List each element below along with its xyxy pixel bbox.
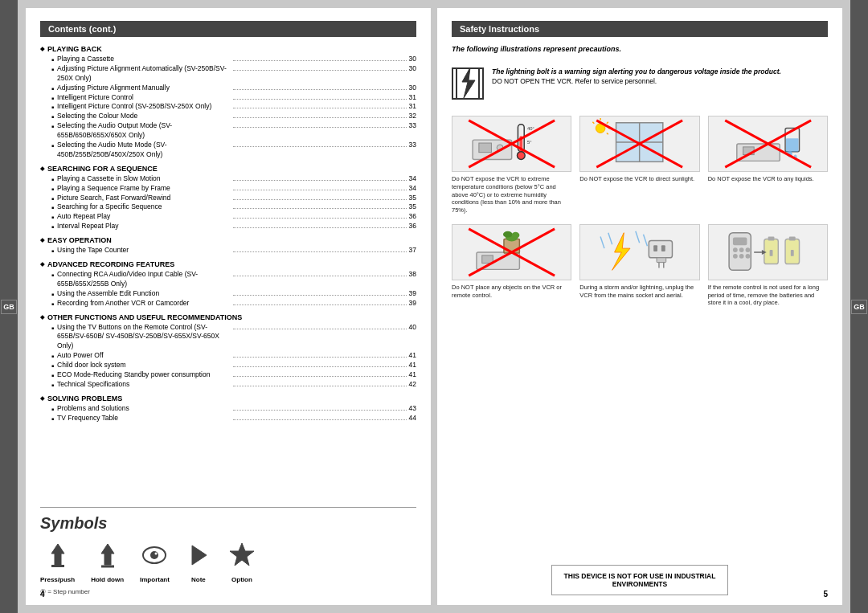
warning-liquids: Do NOT expose the VCR to any liquids. [708, 116, 828, 215]
warning-temp: 40° 5° Do NOT expose the VCR to extreme … [452, 116, 571, 215]
toc-section: Easy OperationUsing the Tape Counter37 [40, 236, 416, 255]
toc-dots [233, 190, 407, 190]
toc-item-text: Picture Search, Fast Forward/Rewind [57, 194, 231, 203]
symbol-item: Option [227, 541, 256, 583]
symbol-item: Press/push [40, 541, 75, 583]
svg-rect-13 [479, 143, 492, 153]
svg-rect-56 [657, 258, 666, 263]
toc-item: Playing a Sequence Frame by Frame34 [40, 184, 416, 194]
toc-item: Problems and Solutions43 [40, 404, 416, 414]
toc-section: Solving ProblemsProblems and Solutions43… [40, 394, 416, 423]
toc-item-text: Selecting the Colour Mode [57, 112, 231, 121]
toc-item-text: Playing a Sequence Frame by Frame [57, 184, 231, 194]
right-tab-label: GB [851, 300, 867, 314]
symbol-label: Hold down [91, 576, 124, 583]
safety-header: Safety Instructions [452, 21, 828, 37]
warning-liquids-image [708, 116, 828, 172]
svg-rect-66 [733, 237, 747, 245]
symbol-item: Hold down [91, 541, 124, 583]
svg-point-68 [739, 247, 743, 252]
svg-marker-2 [101, 544, 114, 565]
toc-page: 33 [409, 121, 416, 131]
toc-page: 31 [409, 93, 416, 103]
svg-rect-53 [649, 240, 673, 257]
symbol-icon-note [186, 541, 211, 573]
svg-point-72 [745, 254, 750, 259]
svg-point-5 [150, 551, 158, 559]
toc-item-text: TV Frequency Table [57, 414, 231, 423]
toc-item: Picture Search, Fast Forward/Rewind35 [40, 194, 416, 203]
svg-rect-45 [482, 255, 493, 264]
toc-item: Child door lock system41 [40, 361, 416, 370]
toc-item-text: Recording from Another VCR or Camcorder [57, 299, 231, 309]
toc-container: Playing BackPlaying a Cassette30Adjustin… [40, 45, 416, 428]
toc-item-text: Problems and Solutions [57, 404, 231, 414]
svg-marker-9 [462, 67, 475, 98]
toc-item: Interval Repeat Play36 [40, 222, 416, 231]
svg-point-17 [517, 152, 525, 160]
toc-page: 39 [409, 289, 416, 299]
toc-item-text: Interval Repeat Play [57, 222, 231, 231]
toc-dots [233, 70, 407, 71]
warning-liquids-caption: Do NOT expose the VCR to any liquids. [708, 175, 828, 183]
svg-marker-7 [192, 546, 207, 565]
warning-images-top: 40° 5° Do NOT expose the VCR to extreme … [452, 116, 828, 215]
toc-dots [233, 146, 407, 147]
symbol-icon-hold-down [95, 541, 121, 573]
svg-rect-75 [769, 250, 772, 256]
symbol-item: Note [186, 541, 211, 583]
toc-item: Playing a Cassette in Slow Motion34 [40, 174, 416, 184]
toc-item-text: Selecting the Audio Output Mode (SV-655B… [57, 121, 231, 141]
warning-storm-image [579, 224, 699, 280]
warning-temp-caption: Do NOT expose the VCR to extreme tempera… [452, 175, 571, 215]
toc-item-text: Searching for a Specific Sequence [57, 202, 231, 212]
warning-remote-image [708, 224, 828, 280]
toc-item: Selecting the Audio Mute Mode (SV-450B/2… [40, 141, 416, 160]
lightning-text: The lightning bolt is a warning sign ale… [492, 67, 781, 87]
toc-item: Searching for a Specific Sequence35 [40, 202, 416, 212]
warning-remote-caption: If the remote control is not used for a … [708, 284, 828, 307]
toc-page: 40 [409, 323, 416, 333]
svg-point-49 [512, 231, 520, 238]
warning-sunlight-caption: Do NOT expose the VCR to direct sunlight… [579, 175, 699, 183]
symbols-row: Press/pushHold downImportantNoteOption [40, 541, 416, 583]
toc-dots [233, 366, 407, 367]
toc-item-text: Auto Power Off [57, 351, 231, 361]
svg-rect-74 [768, 236, 774, 240]
toc-dots [233, 329, 407, 329]
symbol-icon-press/push [45, 541, 71, 573]
toc-section: Other Functions and Useful Recommendatio… [40, 313, 416, 390]
symbol-label: Option [231, 576, 252, 583]
right-page-number: 5 [823, 590, 828, 599]
svg-rect-78 [790, 250, 793, 256]
svg-point-69 [745, 247, 750, 252]
toc-page: 36 [409, 222, 416, 231]
svg-rect-1 [51, 565, 64, 567]
symbol-label: Press/push [40, 576, 75, 583]
toc-dots [233, 127, 407, 128]
toc-item: Connecting RCA Audio/Video Input Cable (… [40, 270, 416, 289]
symbols-section: Symbols Press/pushHold downImportantNote… [40, 507, 416, 595]
toc-item: Using the TV Buttons on the Remote Contr… [40, 323, 416, 352]
toc-section: Playing BackPlaying a Cassette30Adjustin… [40, 45, 416, 160]
toc-page: 30 [409, 55, 416, 64]
toc-item: TV Frequency Table44 [40, 414, 416, 423]
toc-page: 33 [409, 141, 416, 150]
toc-dots [233, 99, 407, 100]
toc-page: 39 [409, 299, 416, 309]
right-side-tab: GB [850, 0, 868, 613]
toc-category: Advanced Recording Features [40, 260, 416, 268]
toc-page: 30 [409, 84, 416, 93]
symbol-item: Important [140, 541, 170, 583]
toc-dots [233, 108, 407, 108]
toc-item-text: Connecting RCA Audio/Video Input Cable (… [57, 270, 231, 289]
toc-item: Intelligent Picture Control (SV-250B/SV-… [40, 102, 416, 112]
toc-dots [233, 304, 407, 305]
toc-item-text: ECO Mode-Reducing Standby power consumpt… [57, 370, 231, 380]
toc-page: 35 [409, 202, 416, 212]
left-page: Contents (cont.) Playing BackPlaying a C… [26, 8, 431, 605]
toc-dots [233, 419, 407, 420]
page-wrapper: GB Contents (cont.) Playing BackPlaying … [0, 0, 868, 613]
step-note: ① = Step number [40, 588, 416, 595]
toc-item-text: Auto Repeat Play [57, 212, 231, 222]
